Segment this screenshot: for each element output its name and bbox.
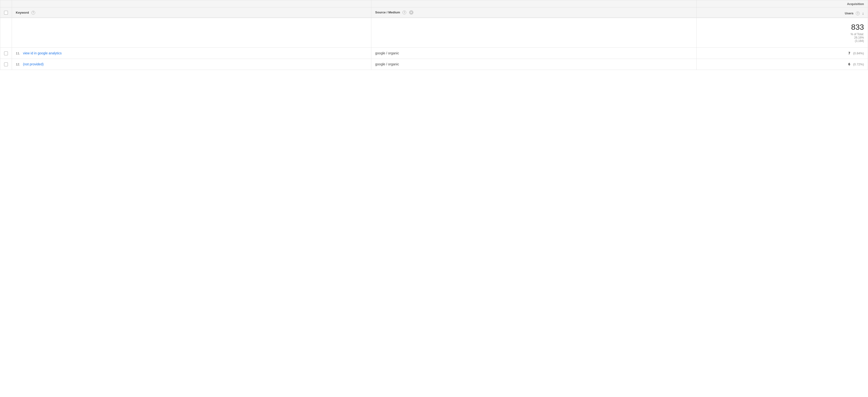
- totals-pct-label: % of Total:: [850, 33, 864, 36]
- totals-keyword-cell: [12, 18, 371, 48]
- source-header-spacer: [371, 0, 696, 7]
- users-column-header: Users ? ↓: [696, 7, 868, 18]
- row-12-source-value: google / organic: [375, 62, 399, 66]
- source-medium-close-icon[interactable]: ✕: [409, 10, 413, 15]
- totals-source-cell: [371, 18, 696, 48]
- keyword-help-icon[interactable]: ?: [31, 11, 35, 15]
- row-12-users-cell: 6 (0.72%): [696, 59, 868, 70]
- totals-users-pct: % of Total: 26.16% (3,184): [701, 33, 864, 42]
- row-11-users-cell: 7 (0.84%): [696, 48, 868, 59]
- row-11-checkbox-cell[interactable]: [0, 48, 12, 59]
- checkbox-header-col: [0, 0, 12, 7]
- row-12-checkbox[interactable]: [4, 62, 8, 66]
- source-medium-help-icon[interactable]: ?: [402, 10, 406, 15]
- totals-total: (3,184): [855, 39, 864, 42]
- row-11-source-cell: google / organic: [371, 48, 696, 59]
- row-12-source-cell: google / organic: [371, 59, 696, 70]
- row-12-keyword-link[interactable]: (not provided): [23, 62, 43, 66]
- keyword-column-header: Keyword ?: [12, 7, 371, 18]
- select-all-checkbox[interactable]: [4, 11, 8, 15]
- row-11-number: 11.: [16, 52, 20, 55]
- totals-pct-value: 26.16%: [854, 36, 864, 39]
- row-12-users-count: 6: [848, 62, 850, 66]
- keyword-column-label: Keyword: [16, 11, 29, 15]
- select-all-checkbox-cell[interactable]: [0, 7, 12, 18]
- row-12-users-pct: (0.72%): [853, 62, 864, 66]
- source-medium-column-header: Source / Medium ? ✕: [371, 7, 696, 18]
- table-row: 11. view id in google analytics google /…: [0, 48, 868, 59]
- users-column-label: Users: [845, 11, 854, 15]
- users-sort-arrow[interactable]: ↓: [862, 11, 864, 16]
- row-11-source-value: google / organic: [375, 51, 399, 55]
- source-medium-column-label: Source / Medium: [375, 10, 400, 14]
- row-11-keyword-cell: 11. view id in google analytics: [12, 48, 371, 59]
- row-12-number: 12.: [16, 62, 20, 66]
- totals-row: 833 % of Total: 26.16% (3,184): [0, 18, 868, 48]
- row-11-checkbox[interactable]: [4, 52, 8, 55]
- totals-users-cell: 833 % of Total: 26.16% (3,184): [696, 18, 868, 48]
- totals-checkbox-cell: [0, 18, 12, 48]
- users-help-icon[interactable]: ?: [856, 11, 860, 15]
- totals-users-count: 833: [701, 23, 864, 32]
- row-12-keyword-cell: 12. (not provided): [12, 59, 371, 70]
- row-11-users-pct: (0.84%): [853, 52, 864, 55]
- acquisition-label: Acquisition: [847, 2, 864, 6]
- row-11-keyword-link[interactable]: view id in google analytics: [23, 51, 62, 55]
- keyword-header-spacer: [12, 0, 371, 7]
- row-11-users-count: 7: [848, 51, 850, 55]
- acquisition-header: Acquisition: [696, 0, 868, 7]
- table-row: 12. (not provided) google / organic 6 (0…: [0, 59, 868, 70]
- row-12-checkbox-cell[interactable]: [0, 59, 12, 70]
